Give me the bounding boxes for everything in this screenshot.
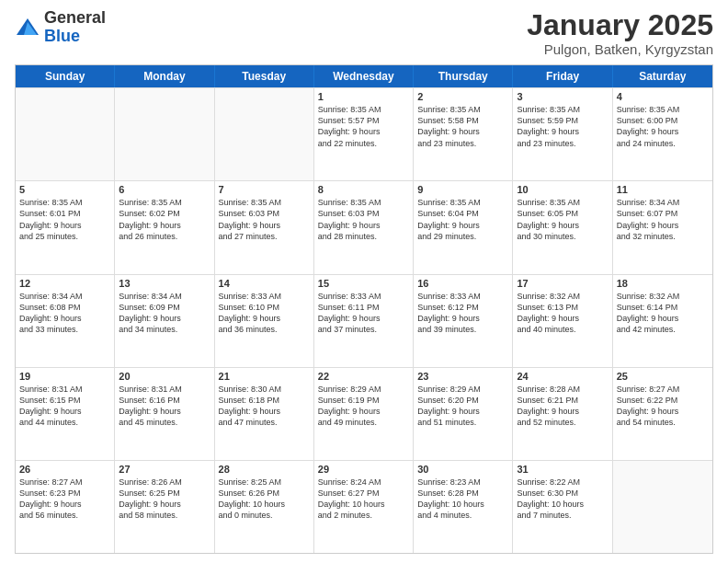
calendar-row: 26Sunrise: 8:27 AMSunset: 6:23 PMDayligh… xyxy=(16,460,712,553)
day-number: 4 xyxy=(617,91,709,102)
calendar-row: 5Sunrise: 8:35 AMSunset: 6:01 PMDaylight… xyxy=(16,180,712,273)
logo-text: General Blue xyxy=(44,9,106,46)
day-info: Sunrise: 8:35 AMSunset: 6:02 PMDaylight:… xyxy=(119,197,210,242)
day-info: Sunrise: 8:35 AMSunset: 6:01 PMDaylight:… xyxy=(19,197,110,242)
day-info: Sunrise: 8:35 AMSunset: 6:04 PMDaylight:… xyxy=(417,197,508,242)
day-info: Sunrise: 8:27 AMSunset: 6:22 PMDaylight:… xyxy=(617,384,709,429)
day-number: 28 xyxy=(219,464,310,475)
weekday-header: Tuesday xyxy=(215,65,314,87)
day-number: 31 xyxy=(517,464,608,475)
day-number: 9 xyxy=(417,184,508,195)
calendar-cell xyxy=(16,88,115,180)
calendar-page: General Blue January 2025 Pulgon, Batken… xyxy=(0,0,728,563)
calendar-cell: 19Sunrise: 8:31 AMSunset: 6:15 PMDayligh… xyxy=(16,368,115,460)
day-number: 1 xyxy=(318,91,409,102)
calendar-cell: 12Sunrise: 8:34 AMSunset: 6:08 PMDayligh… xyxy=(16,275,115,367)
calendar-cell: 9Sunrise: 8:35 AMSunset: 6:04 PMDaylight… xyxy=(414,181,513,273)
calendar-cell: 5Sunrise: 8:35 AMSunset: 6:01 PMDaylight… xyxy=(16,181,115,273)
day-number: 11 xyxy=(617,184,709,195)
calendar-cell: 28Sunrise: 8:25 AMSunset: 6:26 PMDayligh… xyxy=(215,461,314,553)
day-number: 20 xyxy=(119,371,210,382)
calendar-cell: 15Sunrise: 8:33 AMSunset: 6:11 PMDayligh… xyxy=(314,275,414,367)
day-number: 6 xyxy=(119,184,210,195)
calendar-cell: 7Sunrise: 8:35 AMSunset: 6:03 PMDaylight… xyxy=(215,181,314,273)
calendar-cell: 2Sunrise: 8:35 AMSunset: 5:58 PMDaylight… xyxy=(414,88,513,180)
day-info: Sunrise: 8:35 AMSunset: 6:00 PMDaylight:… xyxy=(617,104,709,149)
day-info: Sunrise: 8:34 AMSunset: 6:09 PMDaylight:… xyxy=(119,291,210,336)
day-info: Sunrise: 8:35 AMSunset: 6:03 PMDaylight:… xyxy=(219,197,310,242)
calendar: SundayMondayTuesdayWednesdayThursdayFrid… xyxy=(15,64,713,554)
calendar-cell: 16Sunrise: 8:33 AMSunset: 6:12 PMDayligh… xyxy=(414,275,513,367)
calendar-row: 1Sunrise: 8:35 AMSunset: 5:57 PMDaylight… xyxy=(16,87,712,180)
calendar-cell: 6Sunrise: 8:35 AMSunset: 6:02 PMDaylight… xyxy=(115,181,214,273)
calendar-cell: 30Sunrise: 8:23 AMSunset: 6:28 PMDayligh… xyxy=(414,461,513,553)
day-info: Sunrise: 8:30 AMSunset: 6:18 PMDaylight:… xyxy=(219,384,310,429)
logo: General Blue xyxy=(15,9,106,46)
day-number: 8 xyxy=(318,184,409,195)
day-number: 23 xyxy=(417,371,508,382)
calendar-cell: 10Sunrise: 8:35 AMSunset: 6:05 PMDayligh… xyxy=(513,181,612,273)
day-number: 5 xyxy=(19,184,110,195)
calendar-cell: 8Sunrise: 8:35 AMSunset: 6:03 PMDaylight… xyxy=(314,181,414,273)
calendar-cell: 20Sunrise: 8:31 AMSunset: 6:16 PMDayligh… xyxy=(115,368,214,460)
day-info: Sunrise: 8:25 AMSunset: 6:26 PMDaylight:… xyxy=(219,477,310,522)
calendar-cell: 22Sunrise: 8:29 AMSunset: 6:19 PMDayligh… xyxy=(314,368,414,460)
day-info: Sunrise: 8:35 AMSunset: 6:05 PMDaylight:… xyxy=(517,197,608,242)
day-info: Sunrise: 8:24 AMSunset: 6:27 PMDaylight:… xyxy=(318,477,409,522)
title-month: January 2025 xyxy=(527,9,713,41)
day-number: 7 xyxy=(219,184,310,195)
day-number: 17 xyxy=(517,278,608,289)
weekday-header: Monday xyxy=(115,65,214,87)
day-info: Sunrise: 8:26 AMSunset: 6:25 PMDaylight:… xyxy=(119,477,210,522)
calendar-header: SundayMondayTuesdayWednesdayThursdayFrid… xyxy=(16,65,712,87)
calendar-cell: 31Sunrise: 8:22 AMSunset: 6:30 PMDayligh… xyxy=(513,461,612,553)
day-info: Sunrise: 8:35 AMSunset: 5:58 PMDaylight:… xyxy=(417,104,508,149)
day-number: 29 xyxy=(318,464,409,475)
weekday-header: Saturday xyxy=(613,65,712,87)
day-info: Sunrise: 8:32 AMSunset: 6:14 PMDaylight:… xyxy=(617,291,709,336)
calendar-row: 19Sunrise: 8:31 AMSunset: 6:15 PMDayligh… xyxy=(16,367,712,460)
day-number: 2 xyxy=(417,91,508,102)
day-info: Sunrise: 8:34 AMSunset: 6:08 PMDaylight:… xyxy=(19,291,110,336)
day-number: 25 xyxy=(617,371,709,382)
calendar-row: 12Sunrise: 8:34 AMSunset: 6:08 PMDayligh… xyxy=(16,274,712,367)
weekday-header: Friday xyxy=(513,65,612,87)
day-info: Sunrise: 8:32 AMSunset: 6:13 PMDaylight:… xyxy=(517,291,608,336)
day-info: Sunrise: 8:23 AMSunset: 6:28 PMDaylight:… xyxy=(417,477,508,522)
day-info: Sunrise: 8:31 AMSunset: 6:16 PMDaylight:… xyxy=(119,384,210,429)
calendar-cell: 14Sunrise: 8:33 AMSunset: 6:10 PMDayligh… xyxy=(215,275,314,367)
day-info: Sunrise: 8:35 AMSunset: 5:57 PMDaylight:… xyxy=(318,104,409,149)
day-number: 24 xyxy=(517,371,608,382)
day-number: 27 xyxy=(119,464,210,475)
day-number: 18 xyxy=(617,278,709,289)
day-number: 3 xyxy=(517,91,608,102)
day-info: Sunrise: 8:22 AMSunset: 6:30 PMDaylight:… xyxy=(517,477,608,522)
calendar-cell: 13Sunrise: 8:34 AMSunset: 6:09 PMDayligh… xyxy=(115,275,214,367)
day-info: Sunrise: 8:33 AMSunset: 6:11 PMDaylight:… xyxy=(318,291,409,336)
calendar-cell: 18Sunrise: 8:32 AMSunset: 6:14 PMDayligh… xyxy=(613,275,712,367)
header: General Blue January 2025 Pulgon, Batken… xyxy=(15,9,713,57)
calendar-cell: 25Sunrise: 8:27 AMSunset: 6:22 PMDayligh… xyxy=(613,368,712,460)
day-info: Sunrise: 8:31 AMSunset: 6:15 PMDaylight:… xyxy=(19,384,110,429)
day-number: 26 xyxy=(19,464,110,475)
calendar-cell xyxy=(613,461,712,553)
calendar-cell: 26Sunrise: 8:27 AMSunset: 6:23 PMDayligh… xyxy=(16,461,115,553)
calendar-cell: 17Sunrise: 8:32 AMSunset: 6:13 PMDayligh… xyxy=(513,275,612,367)
calendar-cell: 29Sunrise: 8:24 AMSunset: 6:27 PMDayligh… xyxy=(314,461,414,553)
day-info: Sunrise: 8:29 AMSunset: 6:20 PMDaylight:… xyxy=(417,384,508,429)
calendar-cell: 4Sunrise: 8:35 AMSunset: 6:00 PMDaylight… xyxy=(613,88,712,180)
calendar-cell: 21Sunrise: 8:30 AMSunset: 6:18 PMDayligh… xyxy=(215,368,314,460)
calendar-body: 1Sunrise: 8:35 AMSunset: 5:57 PMDaylight… xyxy=(16,87,712,553)
calendar-cell: 1Sunrise: 8:35 AMSunset: 5:57 PMDaylight… xyxy=(314,88,414,180)
calendar-cell xyxy=(115,88,214,180)
day-number: 19 xyxy=(19,371,110,382)
day-number: 22 xyxy=(318,371,409,382)
title-block: January 2025 Pulgon, Batken, Kyrgyzstan xyxy=(527,9,713,57)
calendar-cell: 24Sunrise: 8:28 AMSunset: 6:21 PMDayligh… xyxy=(513,368,612,460)
day-info: Sunrise: 8:27 AMSunset: 6:23 PMDaylight:… xyxy=(19,477,110,522)
day-number: 21 xyxy=(219,371,310,382)
calendar-cell: 27Sunrise: 8:26 AMSunset: 6:25 PMDayligh… xyxy=(115,461,214,553)
day-info: Sunrise: 8:33 AMSunset: 6:12 PMDaylight:… xyxy=(417,291,508,336)
weekday-header: Wednesday xyxy=(314,65,414,87)
weekday-header: Thursday xyxy=(414,65,513,87)
